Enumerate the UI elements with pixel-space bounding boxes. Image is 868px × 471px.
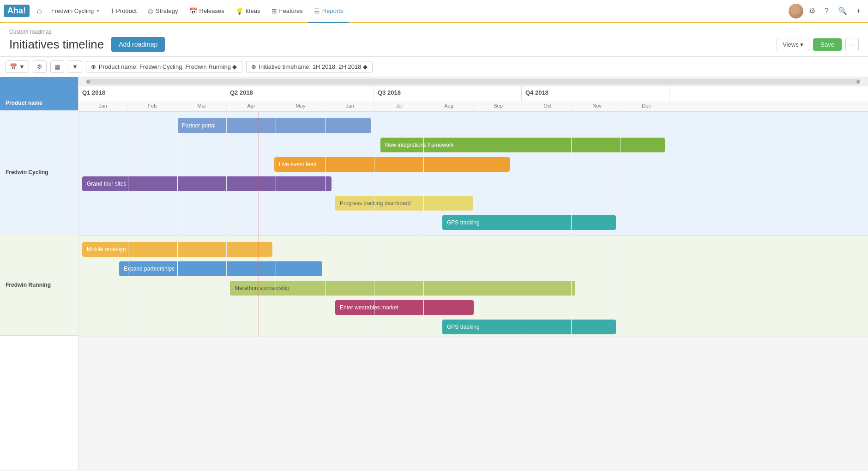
top-navigation: Aha! ⌂ Fredwin Cycling ▼ ℹ Product ◎ Str… bbox=[0, 0, 868, 23]
gantt-chart: Product name Fredwin Cycling Fredwin Run… bbox=[0, 77, 868, 470]
nav-right-actions: ⚙ ? 🔍 + bbox=[789, 4, 864, 18]
home-button[interactable]: ⌂ bbox=[33, 6, 46, 16]
timeframe-filter-label: Initiative timeframe: 1H 2018, 2H 2018 ◆ bbox=[259, 63, 368, 70]
page-actions: Views ▾ Save ··· bbox=[777, 38, 859, 51]
ideas-label: Ideas bbox=[246, 7, 260, 14]
settings-button[interactable]: ⚙ bbox=[33, 60, 47, 73]
scrubber-bar[interactable] bbox=[78, 77, 868, 86]
live-event-feed-bar[interactable]: Live event feed bbox=[274, 157, 510, 172]
month-dec: Dec bbox=[622, 101, 671, 111]
filter-button[interactable]: ▼ bbox=[68, 60, 82, 73]
month-jan: Jan bbox=[78, 101, 128, 111]
grid-line-sep bbox=[473, 112, 473, 337]
help-icon[interactable]: ? bbox=[821, 4, 832, 18]
grid-line-dec bbox=[621, 112, 621, 337]
save-button[interactable]: Save bbox=[813, 38, 842, 51]
expand-partnerships-bar[interactable]: Expand partnerships bbox=[119, 261, 322, 276]
settings-icon[interactable]: ⚙ bbox=[805, 4, 819, 18]
avatar[interactable] bbox=[789, 4, 803, 18]
gear-icon: ⚙ bbox=[37, 63, 42, 70]
logo[interactable]: Aha! bbox=[4, 5, 30, 17]
nav-item-reports[interactable]: ☰ Reports bbox=[308, 0, 349, 23]
features-label: Features bbox=[279, 7, 303, 14]
month-sep: Sep bbox=[474, 101, 523, 111]
fredwin-cycling-row: Fredwin Cycling bbox=[0, 110, 78, 234]
grid-line-may bbox=[276, 112, 276, 337]
q2-header: Q2 2018 bbox=[226, 86, 374, 101]
fredwin-cycling-label: Fredwin Cycling bbox=[51, 7, 94, 14]
month-may: May bbox=[276, 101, 326, 111]
q1-header: Q1 2018 bbox=[78, 86, 226, 101]
nav-item-strategy[interactable]: ◎ Strategy bbox=[142, 0, 183, 23]
strategy-icon: ◎ bbox=[148, 7, 153, 15]
info-icon: ℹ bbox=[111, 7, 114, 15]
month-apr: Apr bbox=[227, 101, 276, 111]
fredwin-running-row: Fredwin Running bbox=[0, 234, 78, 336]
page-header: Custom roadmap Initiatives timeline Add … bbox=[0, 23, 868, 57]
fredwin-cycling-gantt-row: Partner portal New integrations framewor… bbox=[78, 112, 868, 236]
product-name-header: Product name bbox=[0, 77, 78, 110]
product-label: Product bbox=[116, 7, 137, 14]
more-options-button[interactable]: ··· bbox=[845, 38, 859, 51]
releases-label: Releases bbox=[199, 7, 224, 14]
chevron-down-icon: ▼ bbox=[96, 8, 100, 13]
fredwin-cycling-label-left: Fredwin Cycling bbox=[6, 169, 48, 175]
partner-portal-bar[interactable]: Partner portal bbox=[177, 118, 371, 133]
product-filter-label: Product name: Fredwin Cycling, Fredwin R… bbox=[99, 63, 237, 70]
gantt-right-panel[interactable]: Q1 2018 Q2 2018 Q3 2018 Q4 2018 Jan Feb … bbox=[78, 77, 868, 470]
page-title-row: Initiatives timeline Add roadmap Views ▾… bbox=[9, 37, 859, 52]
strategy-label: Strategy bbox=[156, 7, 178, 14]
scrubber-track bbox=[86, 79, 860, 85]
nav-item-features[interactable]: ⊞ Features bbox=[266, 0, 308, 23]
gantt-left-panel: Product name Fredwin Cycling Fredwin Run… bbox=[0, 77, 78, 470]
month-jul: Jul bbox=[375, 101, 424, 111]
gps-tracking-cycling-bar[interactable]: GPS tracking bbox=[442, 215, 616, 230]
filter-icon: ▼ bbox=[72, 63, 78, 70]
grid-line-nov bbox=[571, 112, 572, 337]
layout-button[interactable]: ▦ bbox=[50, 60, 64, 73]
scrubber-right-handle[interactable] bbox=[856, 80, 860, 84]
nav-item-product[interactable]: ℹ Product bbox=[106, 0, 142, 23]
nav-item-ideas[interactable]: 💡 Ideas bbox=[230, 0, 266, 23]
reports-icon: ☰ bbox=[314, 7, 320, 15]
quarter-row: Q1 2018 Q2 2018 Q3 2018 Q4 2018 bbox=[78, 86, 868, 101]
grid-line-q3 bbox=[374, 112, 374, 337]
enter-wearables-market-bar[interactable]: Enter wearables market bbox=[335, 300, 474, 315]
grand-tour-sites-bar[interactable]: Grand tour sites bbox=[82, 176, 332, 191]
toolbar: 📅 ▼ ⚙ ▦ ▼ ⊕ Product name: Fredwin Cyclin… bbox=[0, 57, 868, 77]
nav-item-releases[interactable]: 📅 Releases bbox=[184, 0, 230, 23]
month-oct: Oct bbox=[523, 101, 573, 111]
add-icon[interactable]: + bbox=[853, 4, 864, 18]
gps-tracking-running-bar[interactable]: GPS tracking bbox=[442, 320, 616, 334]
fredwin-running-label-left: Fredwin Running bbox=[6, 282, 51, 288]
grid-line-mar bbox=[177, 112, 178, 337]
gantt-rows-container: Partner portal New integrations framewor… bbox=[78, 112, 868, 337]
grid-line-q2 bbox=[226, 112, 227, 337]
q3-header: Q3 2018 bbox=[374, 86, 522, 101]
fredwin-running-gantt-row: Mobile redesign Expand partnerships Mara… bbox=[78, 236, 868, 337]
q4-header: Q4 2018 bbox=[522, 86, 669, 101]
month-jun: Jun bbox=[326, 101, 375, 111]
page-title: Initiatives timeline bbox=[9, 37, 104, 52]
month-aug: Aug bbox=[424, 101, 474, 111]
breadcrumb: Custom roadmap bbox=[9, 29, 859, 35]
layout-icon: ▦ bbox=[54, 63, 60, 70]
add-roadmap-button[interactable]: Add roadmap bbox=[111, 37, 165, 52]
month-mar: Mar bbox=[177, 101, 227, 111]
month-feb: Feb bbox=[128, 101, 177, 111]
grid-line-jun bbox=[325, 112, 326, 337]
grid-line-feb bbox=[128, 112, 128, 337]
nav-item-fredwin-cycling[interactable]: Fredwin Cycling ▼ bbox=[46, 0, 106, 23]
calendar-view-button[interactable]: 📅 ▼ bbox=[6, 60, 29, 73]
progress-tracking-dashboard-bar[interactable]: Progress tracking dashboard bbox=[335, 196, 473, 211]
product-filter[interactable]: ⊕ Product name: Fredwin Cycling, Fredwin… bbox=[86, 61, 242, 72]
views-button[interactable]: Views ▾ bbox=[777, 38, 809, 51]
timeframe-filter[interactable]: ⊕ Initiative timeframe: 1H 2018, 2H 2018… bbox=[246, 61, 373, 72]
marathon-sponsorship-bar[interactable]: Marathon sponsorship bbox=[230, 281, 575, 296]
reports-label: Reports bbox=[322, 7, 344, 14]
calendar-dropdown-icon: ▼ bbox=[19, 63, 25, 70]
month-row: Jan Feb Mar Apr May Jun Jul Aug Sep Oct … bbox=[78, 101, 868, 111]
search-icon[interactable]: 🔍 bbox=[834, 4, 851, 18]
calendar-icon: 📅 bbox=[189, 7, 197, 15]
grid-icon: ⊞ bbox=[271, 7, 277, 15]
